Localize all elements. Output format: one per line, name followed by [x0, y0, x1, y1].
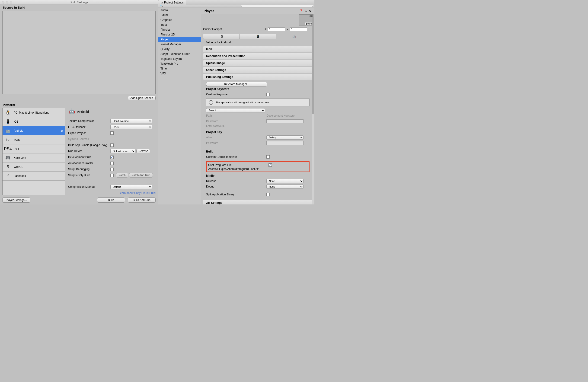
- platform-label: WebGL: [14, 165, 23, 168]
- platform-icon: 🐧: [4, 109, 12, 116]
- player-settings-button[interactable]: Player Settings...: [2, 198, 30, 202]
- category-preset-manager[interactable]: Preset Manager: [158, 42, 201, 47]
- category-editor[interactable]: Editor: [158, 13, 201, 18]
- category-tags-and-layers[interactable]: Tags and Layers: [158, 57, 201, 61]
- scenes-list[interactable]: [2, 11, 156, 94]
- label: Export Project: [68, 131, 110, 135]
- cursor-texture-slot[interactable]: 2D/ Select: [299, 14, 314, 25]
- build-titlebar: Build Settings: [0, 0, 158, 4]
- player-settings-panel: Player ❓ ⇅ ⚙ 2D/ Select Cursor Hotspot X…: [201, 7, 315, 204]
- keystore-select[interactable]: Select...: [206, 108, 265, 112]
- minimize-circle[interactable]: [6, 1, 8, 3]
- custom-gradle-checkbox[interactable]: [266, 155, 270, 159]
- user-proguard-highlight: User Proguard File ✔ Assets/Plugins/Andr…: [206, 161, 310, 172]
- app-bundle-checkbox[interactable]: [110, 143, 114, 147]
- split-binary-checkbox[interactable]: [266, 193, 270, 196]
- category-quality[interactable]: Quality: [158, 47, 201, 52]
- category-audio[interactable]: Audio: [158, 8, 201, 13]
- development-build-checkbox[interactable]: ✔: [110, 156, 114, 159]
- category-time[interactable]: Time: [158, 66, 201, 71]
- minify-header: Minify: [206, 174, 310, 177]
- platform-icon: 5: [4, 164, 12, 170]
- build-and-run-button[interactable]: Build And Run: [128, 198, 156, 202]
- label: Scripts Only Build: [68, 174, 110, 177]
- platform-item-facebook[interactable]: fFacebook: [2, 172, 65, 181]
- platform-item-tvos[interactable]: tvtvOS: [2, 135, 65, 144]
- cursor-hotspot-y-input[interactable]: [290, 27, 307, 31]
- platform-label: Facebook: [14, 174, 26, 178]
- minify-debug-select[interactable]: None: [266, 184, 303, 189]
- category-input[interactable]: Input: [158, 22, 201, 27]
- resolution-section[interactable]: Resolution and Presentation: [203, 53, 313, 59]
- platform-item-android[interactable]: 🤖Android◈: [2, 126, 65, 135]
- minify-release-select[interactable]: None: [266, 179, 303, 183]
- compression-method-select[interactable]: Default: [110, 185, 152, 189]
- tab-android[interactable]: 🤖: [276, 34, 312, 39]
- label: Development Build: [68, 156, 110, 159]
- category-script-execution-order[interactable]: Script Execution Order: [158, 52, 201, 57]
- autoconnect-profiler-checkbox[interactable]: [110, 161, 114, 165]
- category-physics[interactable]: Physics: [158, 27, 201, 32]
- settings-for-android-header: Settings for Android: [203, 40, 313, 45]
- debug-key-info: ! The application will be signed with a …: [206, 99, 310, 106]
- settings-category-list[interactable]: AudioEditorGraphicsInputPhysicsPhysics 2…: [158, 7, 201, 204]
- etc2-fallback-select[interactable]: 32-bit: [110, 125, 152, 129]
- platform-item-webgl[interactable]: 5WebGL: [2, 162, 65, 172]
- help-icon[interactable]: ❓: [299, 9, 303, 13]
- keystore-password-input[interactable]: [266, 119, 303, 123]
- category-graphics[interactable]: Graphics: [158, 18, 201, 22]
- script-debugging-checkbox[interactable]: [110, 168, 114, 171]
- texture-compression-select[interactable]: Don't override: [110, 119, 152, 123]
- settings-gear-icon[interactable]: ⚙: [308, 9, 312, 13]
- scripts-only-checkbox[interactable]: [110, 174, 114, 177]
- platform-item-ios[interactable]: 📱iOS: [2, 117, 65, 126]
- export-project-checkbox[interactable]: [110, 131, 114, 135]
- platform-item-pc-mac-linux-standalone[interactable]: 🐧PC, Mac & Linux Standalone: [2, 108, 65, 117]
- platform-icon: f: [4, 173, 12, 179]
- patch-button[interactable]: Patch: [116, 173, 128, 178]
- platform-list[interactable]: 🐧PC, Mac & Linux Standalone📱iOS🤖Android◈…: [2, 108, 65, 195]
- close-circle[interactable]: [2, 1, 4, 3]
- label: Symlink Sources: [68, 138, 110, 141]
- publishing-settings-section[interactable]: Publishing Settings: [203, 74, 313, 80]
- project-settings-window: ⚙ Project Settings •≡ 🔍 AudioEditorGraph…: [158, 0, 315, 204]
- category-textmesh-pro[interactable]: TextMesh Pro: [158, 61, 201, 66]
- unity-logo-icon: ◈: [61, 129, 63, 133]
- build-button[interactable]: Build: [97, 198, 125, 202]
- other-settings-section[interactable]: Other Settings: [203, 67, 313, 73]
- xr-settings-section[interactable]: XR Settings: [203, 200, 313, 204]
- category-player[interactable]: Player: [158, 37, 201, 42]
- key-alias-select[interactable]: Debug: [266, 135, 303, 140]
- platform-item-ps4[interactable]: PS4PS4: [2, 144, 65, 153]
- user-proguard-checkbox[interactable]: ✔: [269, 163, 272, 167]
- platform-icon: tv: [4, 137, 12, 143]
- platform-label: Android: [14, 129, 23, 132]
- scrollbar-thumb[interactable]: [312, 17, 314, 114]
- key-password-input[interactable]: [266, 141, 303, 145]
- add-open-scenes-button[interactable]: Add Open Scenes: [128, 96, 156, 100]
- run-device-select[interactable]: Default device: [110, 149, 135, 153]
- patch-and-run-button[interactable]: Patch And Run: [129, 173, 153, 178]
- platform-item-xbox-one[interactable]: 🎮Xbox One: [2, 153, 65, 162]
- tab-ios[interactable]: 📱: [240, 34, 276, 39]
- refresh-button[interactable]: Refresh: [136, 149, 150, 153]
- category-physics-2d[interactable]: Physics 2D: [158, 32, 201, 37]
- category-vfx[interactable]: VFX: [158, 71, 201, 76]
- vertical-scrollbar[interactable]: [312, 17, 315, 204]
- tab-standalone[interactable]: 🖥: [203, 34, 240, 39]
- splash-section[interactable]: Splash Image: [203, 60, 313, 66]
- cloud-build-link[interactable]: Learn about Unity Cloud Build: [68, 191, 156, 195]
- label: ETC2 fallback: [68, 125, 110, 129]
- preset-icon[interactable]: ⇅: [304, 9, 307, 13]
- icon-section[interactable]: Icon: [203, 46, 313, 52]
- zoom-circle[interactable]: [10, 1, 12, 3]
- platform-icon: 📱: [4, 119, 12, 125]
- custom-keystore-checkbox[interactable]: [266, 93, 270, 96]
- cursor-hotspot-x-input[interactable]: [268, 27, 285, 31]
- build-settings-window: Build Settings Scenes In Build Add Open …: [0, 0, 158, 204]
- proguard-path: Assets/Plugins/Android/proguard-user.txt: [208, 167, 307, 171]
- project-settings-tab[interactable]: ⚙ Project Settings: [158, 0, 186, 5]
- platform-tabbar[interactable]: 🖥 📱 🤖: [203, 34, 313, 39]
- platform-detail-title: Android: [77, 110, 89, 114]
- keystore-manager-button[interactable]: Keystore Manager...: [206, 82, 267, 86]
